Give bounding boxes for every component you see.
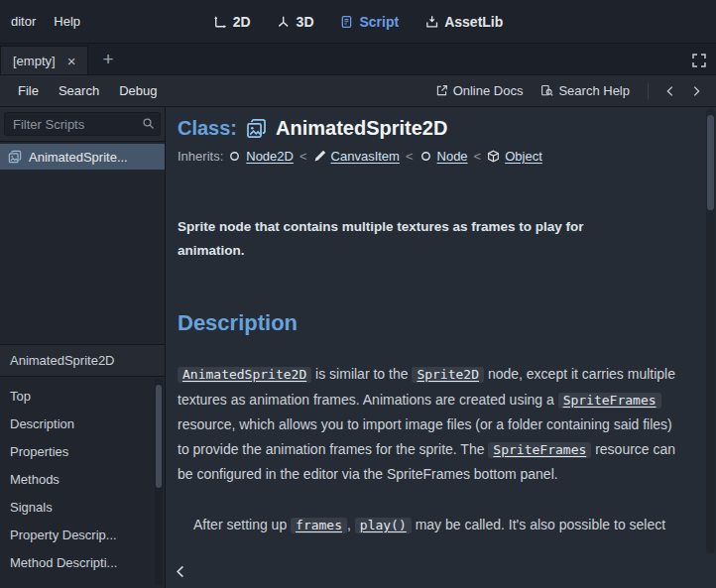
- inherits-separator: <: [405, 149, 415, 164]
- script-tab-bar: [empty] × +: [0, 44, 716, 75]
- script-list-item-animatedsprite2d[interactable]: AnimatedSprite...: [0, 144, 165, 170]
- script-tab-label: [empty]: [13, 54, 56, 68]
- menu-search[interactable]: Search: [49, 78, 109, 103]
- inherits-separator: <: [473, 149, 483, 164]
- chevron-left-icon: [663, 84, 677, 98]
- member-item-signals[interactable]: Signals: [0, 493, 165, 521]
- add-tab-button[interactable]: +: [94, 46, 121, 72]
- workspace-2d-label: 2D: [233, 14, 251, 30]
- workspace-assetlib-label: AssetLib: [444, 14, 503, 30]
- 2d-axes-icon: [213, 15, 227, 29]
- doc-text: may be called. It's also possible to sel…: [412, 517, 665, 532]
- script-editor-body: AnimatedSprite... AnimatedSprite2D Top D…: [0, 107, 716, 588]
- filter-row: [0, 107, 165, 141]
- open-scripts-list: AnimatedSprite...: [0, 141, 165, 345]
- canvasitem-icon: [313, 150, 326, 163]
- members-panel-header: AnimatedSprite2D: [0, 345, 165, 377]
- expand-icon: [691, 53, 707, 68]
- workspace-3d-label: 3D: [297, 14, 314, 30]
- editor-top-bar: ditor Help 2D 3D Script AssetLib: [0, 0, 716, 44]
- menu-debug[interactable]: Debug: [109, 78, 167, 103]
- inherits-link-object[interactable]: Object: [505, 149, 542, 164]
- code-link-sprite2d[interactable]: Sprite2D: [412, 367, 484, 383]
- script-tab-empty[interactable]: [empty] ×: [0, 46, 88, 74]
- divider: [648, 83, 649, 99]
- menu-bar-right-tools: Online Docs Search Help: [427, 79, 708, 102]
- online-docs-button[interactable]: Online Docs: [427, 79, 532, 102]
- documentation-panel: Class: AnimatedSprite2D Inherits: Node2D…: [166, 107, 716, 588]
- chevron-right-icon: [689, 84, 703, 98]
- members-scrollbar-thumb[interactable]: [156, 385, 162, 488]
- animated-sprite-frames-icon: [8, 150, 22, 164]
- description-paragraph-2: After setting up frames, play() may be c…: [178, 513, 686, 538]
- tab-close-icon[interactable]: ×: [65, 53, 78, 69]
- class-brief-description: Sprite node that contains multiple textu…: [178, 215, 644, 263]
- workspace-switcher: 2D 3D Script AssetLib: [202, 0, 515, 43]
- object-cube-icon: [487, 150, 500, 163]
- doc-text: After setting up: [193, 517, 291, 532]
- code-link-animatedsprite2d[interactable]: AnimatedSprite2D: [178, 367, 311, 383]
- online-docs-label: Online Docs: [453, 83, 524, 98]
- members-panel-title: AnimatedSprite2D: [10, 353, 115, 368]
- menu-file[interactable]: File: [8, 78, 49, 103]
- external-link-icon: [435, 84, 448, 97]
- class-label: Class:: [178, 117, 237, 140]
- class-title-row: Class: AnimatedSprite2D: [178, 117, 686, 140]
- bottom-panel-bar: [166, 555, 716, 588]
- class-name: AnimatedSprite2D: [276, 117, 447, 140]
- assetlib-download-icon: [424, 15, 438, 29]
- menu-help[interactable]: Help: [45, 8, 89, 35]
- history-forward-button[interactable]: [684, 81, 708, 101]
- workspace-2d-button[interactable]: 2D: [202, 8, 262, 36]
- workspace-assetlib-button[interactable]: AssetLib: [414, 8, 514, 36]
- members-list: Top Description Properties Methods Signa…: [0, 377, 165, 588]
- description-heading: Description: [178, 310, 686, 336]
- doc-scroll-region: Class: AnimatedSprite2D Inherits: Node2D…: [166, 107, 716, 555]
- doc-text: ,: [347, 517, 355, 532]
- member-item-methods[interactable]: Methods: [0, 465, 165, 493]
- doc-search-icon: [540, 84, 553, 97]
- menu-editor[interactable]: ditor: [2, 8, 45, 35]
- node2d-icon: [228, 150, 241, 163]
- member-item-method-descriptions[interactable]: Method Descripti...: [0, 548, 165, 576]
- description-paragraph: AnimatedSprite2D is similar to the Sprit…: [178, 362, 686, 487]
- script-editor-menu-bar: File Search Debug Online Docs Search Hel…: [0, 75, 716, 107]
- doc-text: is similar to the: [311, 366, 412, 382]
- scripts-sidebar: AnimatedSprite... AnimatedSprite2D Top D…: [0, 107, 166, 588]
- inherits-row: Inherits: Node2D < CanvasItem < Node <: [178, 149, 686, 164]
- animated-sprite2d-class-icon: [246, 118, 267, 139]
- member-item-description[interactable]: Description: [0, 410, 165, 437]
- member-item-properties[interactable]: Properties: [0, 437, 165, 465]
- workspace-script-label: Script: [360, 14, 400, 30]
- code-link-play[interactable]: play(): [355, 518, 412, 533]
- 3d-axes-icon: [277, 15, 291, 29]
- inherits-link-canvasitem[interactable]: CanvasItem: [331, 149, 400, 164]
- script-icon: [340, 15, 354, 29]
- workspace-3d-button[interactable]: 3D: [266, 8, 325, 36]
- doc-scrollbar-thumb[interactable]: [707, 115, 714, 210]
- workspace-script-button[interactable]: Script: [329, 8, 411, 36]
- history-back-button[interactable]: [658, 81, 682, 101]
- expand-bottom-panel-button[interactable]: [170, 560, 192, 583]
- code-link-spriteframes[interactable]: SpriteFrames: [488, 442, 591, 458]
- search-help-button[interactable]: Search Help: [533, 79, 638, 102]
- filter-scripts-input[interactable]: [4, 112, 161, 136]
- code-link-frames[interactable]: frames: [291, 518, 347, 533]
- inherits-link-node2d[interactable]: Node2D: [246, 149, 294, 164]
- search-help-label: Search Help: [558, 83, 630, 98]
- script-item-label: AnimatedSprite...: [29, 150, 128, 165]
- member-item-property-descriptions[interactable]: Property Descrip...: [0, 521, 165, 548]
- inherits-separator: <: [298, 149, 308, 164]
- search-icon: [142, 117, 155, 130]
- node-icon: [419, 150, 432, 163]
- top-menu-group: ditor Help: [0, 8, 89, 35]
- inherits-link-node[interactable]: Node: [437, 149, 468, 164]
- distraction-free-button[interactable]: [690, 52, 708, 69]
- inherits-label: Inherits:: [178, 149, 223, 164]
- member-item-top[interactable]: Top: [0, 382, 165, 410]
- chevron-left-icon: [174, 564, 188, 579]
- code-link-spriteframes[interactable]: SpriteFrames: [558, 393, 661, 409]
